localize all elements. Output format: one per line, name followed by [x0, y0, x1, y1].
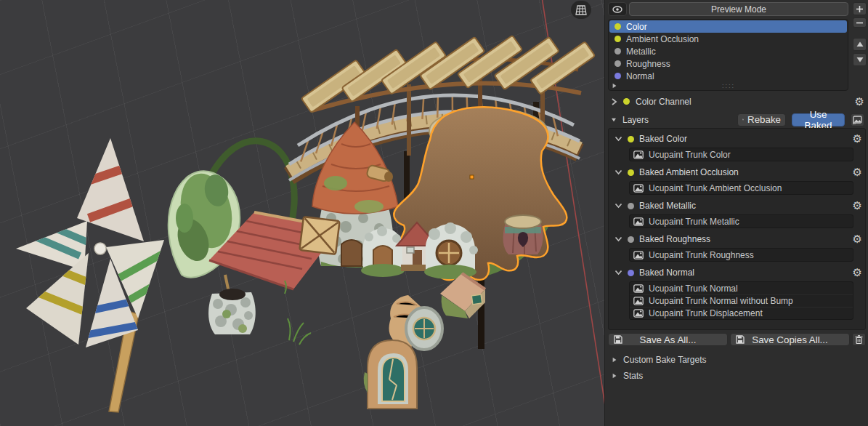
layer-group-baked-metallic[interactable]: Baked Metallic⚙	[612, 199, 864, 212]
channel-dot	[615, 73, 621, 79]
stats-label: Stats	[623, 371, 643, 381]
chevron-down-icon	[615, 270, 622, 276]
chevron-down-icon	[615, 136, 622, 142]
gear-icon[interactable]: ⚙	[853, 199, 862, 212]
baked-image-row[interactable]: Ucupaint Trunk Normal	[630, 282, 853, 294]
gear-icon[interactable]: ⚙	[853, 266, 862, 279]
paper-pinwheel[interactable]	[16, 138, 170, 412]
preview-channel-color[interactable]: Color	[609, 20, 847, 33]
trash-icon	[855, 335, 863, 344]
gear-icon[interactable]: ⚙	[853, 132, 862, 145]
chevron-down-icon	[615, 236, 622, 242]
save-icon	[736, 335, 745, 344]
custom-bake-targets-label: Custom Bake Targets	[623, 355, 707, 365]
channel-dot	[628, 169, 634, 176]
delete-baked-button[interactable]	[852, 333, 866, 346]
channel-dot	[623, 98, 630, 105]
triangle-down-icon	[612, 118, 616, 121]
image-icon	[633, 284, 644, 293]
chevron-down-icon	[615, 169, 622, 175]
image-icon	[633, 184, 644, 193]
arched-door-slab[interactable]	[364, 340, 417, 409]
layer-group-baked-normal[interactable]: Baked Normal⚙	[612, 266, 864, 279]
preview-visibility-button[interactable]	[608, 2, 627, 16]
channel-dot	[628, 236, 634, 243]
baked-image-row[interactable]: Ucupaint Trunk Roughness	[630, 249, 853, 261]
channel-dot	[628, 203, 634, 209]
preview-channel-roughness[interactable]: Roughness	[609, 57, 847, 70]
image-icon	[633, 309, 644, 318]
gear-icon[interactable]: ⚙	[853, 233, 862, 246]
use-baked-button[interactable]: Use Baked	[792, 113, 845, 126]
rebake-icon	[742, 116, 744, 124]
channel-dot	[615, 48, 621, 55]
channel-dot	[628, 270, 634, 276]
move-down-icon	[856, 57, 864, 63]
save-as-all-button[interactable]: Save As All...	[608, 333, 728, 346]
barrel[interactable]	[503, 215, 543, 254]
baked-image-row[interactable]: Ucupaint Trunk Normal without Bump	[630, 294, 853, 307]
layers-section-header[interactable]: Layers Rebake Use Baked	[605, 113, 868, 126]
save-copies-all-button[interactable]: Save Copies All...	[730, 333, 850, 346]
add-icon	[856, 5, 864, 13]
custom-bake-targets-header[interactable]: Custom Bake Targets	[605, 353, 868, 366]
channel-dot	[615, 60, 621, 67]
layer-group-baked-color[interactable]: Baked Color⚙	[612, 132, 864, 145]
layers-list: Baked Color⚙Ucupaint Trunk ColorBaked Am…	[608, 128, 866, 330]
list-side-buttons	[853, 2, 867, 66]
preview-channel-normal[interactable]: Normal	[609, 70, 847, 82]
baked-image-button[interactable]	[851, 113, 864, 126]
pinwheel-pin	[94, 243, 106, 254]
layers-label: Layers	[622, 115, 649, 125]
triangle-right-icon	[613, 374, 617, 378]
stats-header[interactable]: Stats	[605, 369, 868, 382]
list-filter-toggle[interactable]	[613, 84, 617, 88]
layer-group-baked-roughness[interactable]: Baked Roughness⚙	[612, 233, 864, 246]
preview-channel-metallic[interactable]: Metallic	[609, 45, 847, 57]
baked-image-row[interactable]: Ucupaint Trunk Ambient Occlusion	[630, 182, 853, 194]
channel-dot	[615, 23, 621, 30]
image-icon	[633, 217, 644, 226]
list-resize-grip[interactable]: ::::	[722, 83, 735, 89]
stone-well[interactable]	[208, 275, 256, 334]
baked-image-row[interactable]: Ucupaint Trunk Metallic	[630, 215, 853, 228]
baked-image-row[interactable]: Ucupaint Trunk Color	[630, 148, 853, 161]
chevron-down-icon	[615, 203, 622, 209]
remove-button[interactable]	[853, 17, 867, 28]
preview-channel-ambient-occlusion[interactable]: Ambient Occlusion	[609, 33, 847, 45]
color-channel-label: Color Channel	[636, 97, 691, 107]
move-up-icon	[856, 41, 864, 47]
save-icon	[614, 335, 622, 344]
chevron-right-icon	[611, 97, 617, 106]
preview-channel-list: ColorAmbient OcclusionMetallicRoughnessN…	[608, 19, 848, 91]
move-down-button[interactable]	[853, 53, 867, 66]
remove-icon	[856, 19, 864, 27]
fairy-house-door[interactable]	[361, 226, 405, 277]
rebake-button[interactable]: Rebake	[737, 113, 786, 126]
add-button[interactable]	[853, 2, 867, 15]
linked-image-icon	[853, 116, 862, 124]
blender-window: Preview Mode ColorAmbient OcclusionMetal…	[0, 0, 868, 426]
triangle-right-icon	[613, 358, 617, 362]
viewport-grid-overlay-button[interactable]	[571, 1, 591, 19]
preview-mode-header-button[interactable]: Preview Mode	[629, 2, 848, 16]
move-up-button[interactable]	[853, 38, 867, 51]
gear-icon[interactable]: ⚙	[855, 95, 864, 108]
layer-group-baked-ambient-occlusion[interactable]: Baked Ambient Occlusion⚙	[612, 166, 864, 179]
save-row: Save As All... Save Copies All...	[608, 333, 866, 346]
image-icon	[633, 297, 644, 305]
channel-dot	[615, 36, 621, 42]
gear-icon[interactable]: ⚙	[853, 166, 862, 179]
baked-image-row[interactable]: Ucupaint Trunk Displacement	[630, 307, 853, 319]
object-origin-dot	[470, 175, 474, 179]
color-channel-panel-header[interactable]: Color Channel ⚙	[605, 95, 868, 108]
eye-icon	[612, 6, 622, 13]
wooden-crate	[299, 217, 339, 254]
grid-icon	[575, 5, 587, 15]
grass-sprigs	[285, 281, 311, 345]
channel-dot	[628, 136, 634, 142]
image-icon	[633, 150, 644, 159]
image-icon	[633, 251, 644, 260]
ucupaint-panel: Preview Mode ColorAmbient OcclusionMetal…	[604, 0, 868, 426]
